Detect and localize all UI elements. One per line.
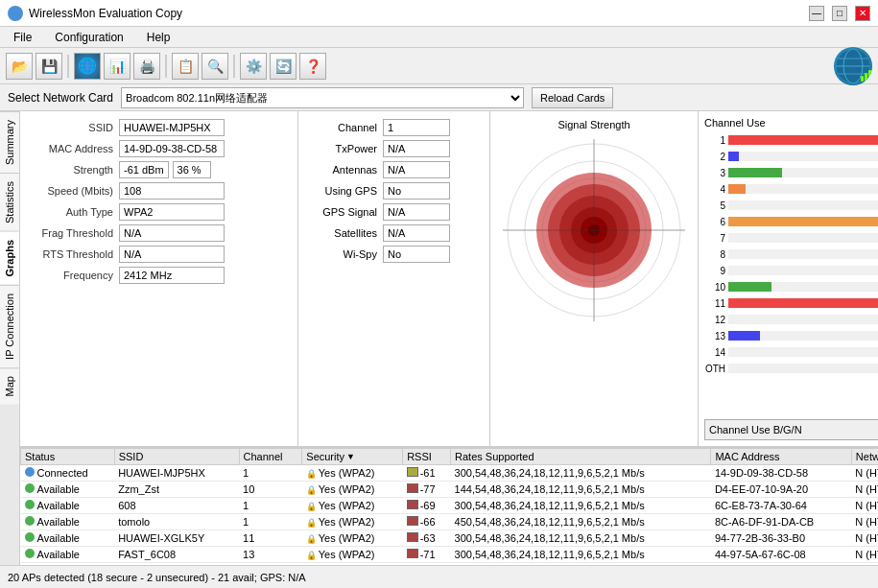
- toolbar-search[interactable]: 🔍: [202, 53, 228, 80]
- toolbar-print[interactable]: 🖨️: [133, 53, 160, 80]
- channel-bar-container: [728, 168, 878, 177]
- cell-network-type: N (HT): [851, 563, 878, 566]
- channel-bar-row: 12: [704, 312, 878, 327]
- wispy-label: Wi-Spy: [306, 248, 383, 260]
- cell-ssid: HUAWEI-XGLK5Y: [114, 530, 239, 547]
- tab-summary[interactable]: Summary: [0, 111, 19, 173]
- toolbar-network[interactable]: 🌐: [74, 53, 101, 80]
- close-button[interactable]: ✕: [855, 6, 870, 21]
- channel-bar-row: 8: [704, 247, 878, 262]
- channel-use-dropdown[interactable]: Channel Use B/G/N: [704, 419, 878, 440]
- gps-signal-label: GPS Signal: [306, 206, 383, 218]
- lock-icon: 🔒: [306, 534, 317, 544]
- menu-file[interactable]: File: [8, 29, 37, 46]
- satellites-value: N/A: [383, 224, 450, 242]
- cell-mac: 44-97-5A-67-6C-08: [711, 547, 851, 563]
- status-dot: [25, 467, 35, 477]
- table-row[interactable]: ConnectedHUAWEI-MJP5HX1🔒Yes (WPA2)-61300…: [21, 465, 879, 482]
- channel-info-panel: Channel 1 TxPower N/A Antennas N/A Using…: [298, 111, 490, 446]
- table-row[interactable]: AvailableHUAWEI-XGLK5Y11🔒Yes (WPA2)-6330…: [21, 530, 879, 547]
- tab-map[interactable]: Map: [0, 367, 19, 404]
- toolbar-help[interactable]: ❓: [299, 53, 326, 80]
- menu-configuration[interactable]: Configuration: [49, 29, 129, 46]
- cell-ssid: tomolo: [114, 514, 239, 530]
- toolbar: 📂 💾 🌐 📊 🖨️ 📋 🔍 ⚙️ 🔄 ❓: [0, 48, 878, 84]
- using-gps-label: Using GPS: [306, 185, 383, 197]
- cell-status: Available: [21, 547, 115, 563]
- channel-bar: [728, 282, 771, 292]
- channel-label: 4: [704, 184, 728, 195]
- tab-graphs[interactable]: Graphs: [0, 231, 19, 285]
- mac-value: 14-9D-09-38-CD-58: [119, 140, 225, 157]
- table-row[interactable]: Availabletomolo1🔒Yes (WPA2)-66450,54,48,…: [21, 514, 879, 530]
- table-row[interactable]: Availableldq6🔒Yes (WPA2)-88300,54,48,36,…: [21, 563, 879, 566]
- lock-icon: 🔒: [306, 502, 317, 511]
- table-header-row: Status SSID Channel Security ▼ RSSI Rate…: [21, 449, 879, 465]
- side-tabs: Summary Statistics Graphs IP Connection …: [0, 111, 20, 565]
- toolbar-separator-1: [67, 55, 69, 78]
- channel-bar: [728, 168, 782, 177]
- reload-cards-button[interactable]: Reload Cards: [532, 87, 613, 108]
- gps-signal-row: GPS Signal N/A: [306, 203, 482, 221]
- cell-network-type: N (HT): [851, 530, 878, 547]
- channel-bar-row: 3: [704, 165, 878, 180]
- wispy-row: Wi-Spy No: [306, 246, 482, 263]
- channel-label: 10: [704, 282, 728, 293]
- ssid-row: SSID HUAWEI-MJP5HX: [28, 119, 290, 136]
- toolbar-settings[interactable]: ⚙️: [240, 53, 267, 80]
- cell-status: Connected: [21, 465, 115, 482]
- app-icon: [8, 6, 23, 21]
- speed-row: Speed (Mbits) 108: [28, 182, 290, 200]
- table-section: Status SSID Channel Security ▼ RSSI Rate…: [20, 447, 878, 565]
- cell-mac: 6C-E8-73-7A-30-64: [711, 498, 851, 514]
- channel-bar-row: 14: [704, 344, 878, 360]
- cell-status: Available: [21, 530, 115, 547]
- signal-title: Signal Strength: [558, 119, 629, 130]
- freq-value: 2412 MHz: [119, 267, 225, 284]
- toolbar-open[interactable]: 📂: [6, 53, 33, 80]
- cell-rates: 144,54,48,36,24,18,12,11,9,6,5,2,1 Mb/s: [451, 482, 711, 498]
- strength-row: Strength -61 dBm 36 %: [28, 161, 290, 178]
- svg-rect-7: [865, 73, 867, 82]
- strength-label: Strength: [28, 164, 119, 176]
- toolbar-separator-2: [165, 55, 167, 78]
- channel-bar-row: 5: [704, 198, 878, 213]
- tab-statistics[interactable]: Statistics: [0, 173, 19, 231]
- cell-status: Available: [21, 482, 115, 498]
- speed-value: 108: [119, 182, 225, 200]
- rssi-bar-icon: [407, 549, 418, 558]
- channel-bar: [728, 217, 878, 226]
- maximize-button[interactable]: □: [832, 6, 847, 21]
- table-row[interactable]: AvailableZzm_Zst10🔒Yes (WPA2)-77144,54,4…: [21, 482, 879, 498]
- toolbar-save[interactable]: 💾: [36, 53, 62, 80]
- radar-display: [498, 134, 690, 326]
- tab-ip-connection[interactable]: IP Connection: [0, 285, 19, 367]
- col-network-type: Network Type: [851, 449, 878, 465]
- toolbar-list[interactable]: 📋: [172, 53, 199, 80]
- channel-bar-row: 10: [704, 279, 878, 294]
- table-row[interactable]: Available6081🔒Yes (WPA2)-69300,54,48,36,…: [21, 498, 879, 514]
- channel-row: Channel 1: [306, 119, 482, 136]
- menu-help[interactable]: Help: [141, 29, 177, 46]
- cell-ssid: ldq: [114, 563, 239, 566]
- channel-bar-container: [728, 135, 878, 145]
- rts-label: RTS Threshold: [28, 248, 119, 260]
- cell-ssid: HUAWEI-MJP5HX: [114, 465, 239, 482]
- network-card-select[interactable]: Broadcom 802.11n网络适配器: [121, 87, 524, 108]
- channel-bar: [728, 298, 878, 308]
- info-panel: SSID HUAWEI-MJP5HX MAC Address 14-9D-09-…: [20, 111, 298, 446]
- strength-value: -61 dBm: [119, 161, 169, 178]
- table-row[interactable]: AvailableFAST_6C0813🔒Yes (WPA2)-71300,54…: [21, 547, 879, 563]
- minimize-button[interactable]: —: [809, 6, 824, 21]
- col-security[interactable]: Security ▼: [302, 449, 403, 465]
- toolbar-chart[interactable]: 📊: [104, 53, 131, 80]
- window-controls[interactable]: — □ ✕: [809, 6, 870, 21]
- lock-icon: 🔒: [306, 485, 317, 495]
- cell-rssi: -66: [403, 514, 451, 530]
- mac-row: MAC Address 14-9D-09-38-CD-58: [28, 140, 290, 157]
- toolbar-refresh[interactable]: 🔄: [270, 53, 297, 80]
- cell-mac: 94-77-2B-36-33-B0: [711, 530, 851, 547]
- lock-icon: 🔒: [306, 551, 317, 560]
- svg-rect-6: [861, 76, 864, 82]
- cell-security: 🔒Yes (WPA2): [302, 482, 403, 498]
